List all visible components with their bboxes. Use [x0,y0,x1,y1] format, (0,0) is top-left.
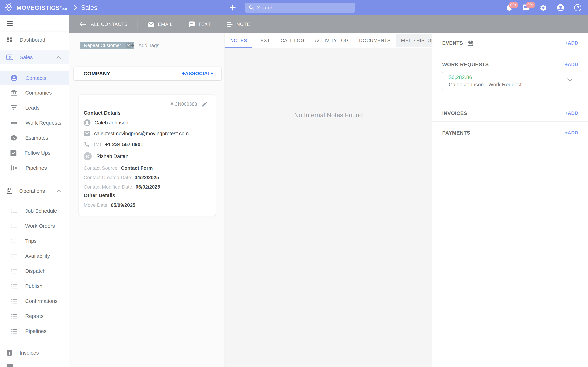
email-button-label: EMAIL [158,22,173,27]
tab-notes[interactable]: NOTES [225,33,252,48]
sidebar-item-work-requests[interactable]: Work Requests [0,115,69,130]
text-button[interactable]: TEXT [189,21,211,27]
company-card-title: COMPANY [84,71,110,76]
svg-text:$: $ [9,352,10,355]
sidebar-section-sales[interactable]: $ Sales [0,50,69,64]
brand-logo[interactable]: MOVEGISTICS® 5.0 [4,3,67,13]
sidebar-item-contacts[interactable]: Contacts [0,71,69,85]
topbar-icon-group: 99+ 99+ ? [505,0,582,15]
sidebar-item-label: Leads [25,105,40,111]
sidebar-section-operations[interactable]: Operations [0,184,69,199]
list-icon [10,268,17,274]
tab-activity-log[interactable]: ACTIVITY LOG [310,33,354,48]
phone-icon [84,141,90,148]
sidebar-item-publish[interactable]: Publish [0,279,69,294]
hamburger-menu-button[interactable] [7,21,13,26]
help-icon: ? [574,4,581,12]
svg-text:$: $ [9,56,11,59]
chevron-up-icon[interactable] [56,56,61,59]
sidebar-item-estimates[interactable]: $ Estimates [0,130,69,145]
add-payment-button[interactable]: +ADD [565,130,578,136]
sidebar-item-work-orders[interactable]: Work Orders [0,218,69,234]
sidebar-item-label: Availability [25,253,50,259]
svg-text:?: ? [576,5,579,10]
sidebar-item-confirmations[interactable]: Confirmations [0,294,69,309]
back-to-all-contacts-button[interactable]: ALL CONTACTS [79,22,128,27]
sidebar-item-dispatch[interactable]: Dispatch [0,264,69,279]
receipt-icon: $ [6,349,13,356]
email-icon [148,22,154,27]
sidebar-item-label: Follow Ups [25,150,50,156]
sidebar-item-reports[interactable]: Reports [0,309,69,324]
sidebar-item-pipelines-operations[interactable]: Pipelines [0,324,69,339]
tag-chip-repeat-customer[interactable]: Repeat Customer ✕ [80,42,134,49]
contact-phone[interactable]: +1 234 567 8901 [105,142,143,147]
add-event-button[interactable]: +ADD [565,40,578,46]
company-card: COMPANY +ASSOCIATE [74,67,221,80]
add-invoice-button[interactable]: +ADD [565,111,578,116]
owner-name: Rishab Dattani [96,153,130,159]
dashboard-icon [6,37,13,43]
sidebar-item-follow-ups[interactable]: Follow Ups [0,145,69,160]
payments-section-header: PAYMENTS +ADD [432,122,588,144]
chevron-up-icon[interactable] [56,189,61,192]
person-icon [84,119,91,126]
tab-text[interactable]: TEXT [252,33,275,48]
work-request-card[interactable]: $6,282.86 Caleb Johnson - Work Request [442,72,578,90]
sidebar-item-dashboard[interactable]: Dashboard [0,32,69,48]
owner-avatar: R [84,152,92,160]
messages-button[interactable]: 99+ [522,4,530,12]
account-button[interactable] [556,4,564,12]
add-new-button[interactable] [229,3,237,12]
sidebar-header [0,15,69,32]
invoices-title: INVOICES [442,110,467,116]
calendar-icon [6,188,13,194]
activity-tabs: NOTES TEXT CALL LOG ACTIVITY LOG DOCUMEN… [225,33,432,48]
contact-email[interactable]: calebtestmovingpros@movingprotest.com [94,131,189,136]
note-button-label: NOTE [236,22,250,27]
sidebar-item-label: Reports [25,313,43,319]
sidebar-item-label: Confirmations [25,298,58,304]
truncated-sidebar-icon [7,364,13,367]
settings-button[interactable] [539,4,547,12]
messages-badge: 99+ [526,1,535,8]
sidebar-item-pipelines-sales[interactable]: Pipelines [0,160,69,175]
add-tags-button[interactable]: + Add Tags [130,42,159,49]
work-request-title: Caleb Johnson - Work Request [449,82,572,88]
sidebar-item-leads[interactable]: Leads [0,100,69,115]
add-work-request-button[interactable]: +ADD [565,62,578,67]
text-button-label: TEXT [198,22,211,27]
list-icon [10,238,17,244]
edit-contact-icon[interactable] [202,101,208,107]
help-button[interactable]: ? [574,4,582,12]
sidebar-item-trips[interactable]: Trips [0,234,69,249]
sidebar-item-companies[interactable]: Companies [0,85,69,100]
sidebar-section-label: Sales [20,54,33,60]
field-label: Contact Source: [84,165,119,171]
sms-bubble-icon [189,21,195,27]
search-icon [249,5,254,10]
logo-dots-icon [4,3,14,13]
events-calendar-icon[interactable] [467,40,474,46]
sidebar-item-label: Estimates [25,135,48,141]
events-section-header: EVENTS +ADD [432,33,588,53]
associate-company-button[interactable]: +ASSOCIATE [182,71,214,76]
field-value: 04/22/2025 [135,175,159,180]
sidebar-item-invoices[interactable]: $ Invoices [0,345,69,360]
contact-owner-row: R Rishab Dattani [84,151,130,161]
tab-documents[interactable]: DOCUMENTS [354,33,396,48]
sidebar-item-job-schedule[interactable]: Job Schedule [0,203,69,218]
work-request-amount: $6,282.86 [449,74,572,80]
search-input[interactable] [257,5,348,11]
brand-version: 5.0 [62,7,67,11]
contact-name-row: Caleb Johnson [84,118,128,127]
sidebar-item-availability[interactable]: Availability [0,249,69,264]
note-button[interactable]: NOTE [227,22,250,27]
email-button[interactable]: EMAIL [148,22,173,27]
chevron-down-icon[interactable] [567,78,573,82]
global-search[interactable] [245,3,355,13]
sidebar-item-label: Pipelines [26,165,47,171]
tab-call-log[interactable]: CALL LOG [275,33,310,48]
notifications-button[interactable]: 99+ [505,4,513,12]
contact-summary-column: Repeat Customer ✕ + Add Tags COMPANY +AS… [69,33,225,367]
